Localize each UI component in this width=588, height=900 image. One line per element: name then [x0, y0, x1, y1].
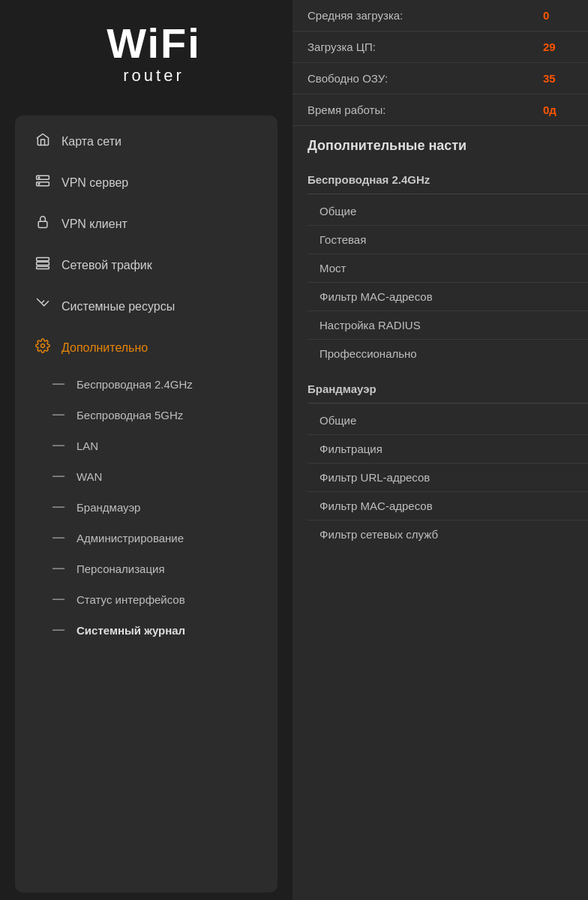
avg-load-label: Средняя загрузка:	[308, 9, 543, 22]
sub-item-label-system-log: Системный журнал	[76, 624, 185, 637]
settings-item-firewall-mac-filter[interactable]: Фильтр MAC-адресов	[308, 492, 588, 520]
ram-label: Свободно ОЗУ:	[308, 72, 543, 85]
status-row-avg-load: Средняя загрузка: 0	[292, 0, 588, 32]
cpu-value: 29	[543, 40, 573, 53]
sidebar-label-network-map: Карта сети	[62, 135, 122, 148]
settings-item-wireless24-mac-filter[interactable]: Фильтр MAC-адресов	[308, 283, 588, 311]
additional-settings-panel: Дополнительные насти Беспроводная 2.4GHz…	[292, 126, 588, 548]
svg-point-3	[38, 183, 40, 184]
settings-item-wireless24-bridge[interactable]: Мост	[308, 254, 588, 283]
sidebar-item-vpn-client[interactable]: VPN клиент	[20, 204, 273, 244]
sidebar-label-vpn-client: VPN клиент	[62, 218, 128, 231]
svg-rect-4	[38, 221, 47, 227]
dash-icon-2: —	[52, 439, 64, 452]
svg-point-8	[41, 344, 45, 348]
settings-item-firewall-filter[interactable]: Фильтрация	[308, 435, 588, 464]
sub-item-firewall[interactable]: — Брандмауэр	[20, 492, 273, 522]
right-panel: Средняя загрузка: 0 Загрузка ЦП: 29 Своб…	[292, 0, 588, 900]
traffic-icon	[34, 256, 51, 274]
settings-item-firewall-general[interactable]: Общие	[308, 406, 588, 435]
svg-point-2	[38, 177, 40, 178]
sub-item-wan[interactable]: — WAN	[20, 461, 273, 491]
sub-item-administration[interactable]: — Администрирование	[20, 523, 273, 553]
avg-load-value: 0	[543, 9, 573, 22]
settings-item-wireless24-professional[interactable]: Профессионально	[308, 340, 588, 368]
settings-item-wireless24-radius[interactable]: Настройка RADIUS	[308, 311, 588, 340]
sidebar-label-network-traffic: Сетевой трафик	[62, 259, 152, 272]
status-bar: Средняя загрузка: 0 Загрузка ЦП: 29 Своб…	[292, 0, 588, 126]
status-row-uptime: Время работы: 0д	[292, 94, 588, 125]
sub-item-label-wireless-5: Беспроводная 5GHz	[76, 409, 183, 422]
sub-item-personalization[interactable]: — Персонализация	[20, 554, 273, 584]
sidebar-item-network-map[interactable]: Карта сети	[20, 122, 273, 161]
dash-icon-8: —	[52, 623, 64, 637]
sidebar-label-vpn-server: VPN сервер	[62, 176, 128, 190]
settings-item-firewall-url-filter[interactable]: Фильтр URL-адресов	[308, 464, 588, 492]
logo-area: WiFi router	[0, 0, 292, 108]
settings-group-wireless-24: Беспроводная 2.4GHz Общие Гостевая Мост …	[308, 166, 588, 368]
dash-icon-4: —	[52, 500, 64, 514]
dash-icon-0: —	[52, 377, 64, 391]
sub-items-list: — Беспроводная 2.4GHz — Беспроводная 5GH…	[15, 369, 278, 645]
sub-item-label-firewall: Брандмауэр	[76, 501, 140, 514]
sidebar: WiFi router Карта сети VPN сервер VPN кл…	[0, 0, 292, 900]
svg-rect-7	[37, 266, 50, 268]
status-row-ram: Свободно ОЗУ: 35	[292, 63, 588, 94]
uptime-value: 0д	[543, 104, 573, 116]
home-icon	[34, 132, 51, 151]
sidebar-label-advanced: Дополнительно	[62, 341, 148, 355]
sidebar-item-vpn-server[interactable]: VPN сервер	[20, 163, 273, 202]
logo-router: router	[30, 66, 278, 86]
settings-item-wireless24-guest[interactable]: Гостевая	[308, 226, 588, 254]
sub-item-label-administration: Администрирование	[76, 532, 184, 544]
settings-item-wireless24-general[interactable]: Общие	[308, 197, 588, 226]
group-header-wireless-24: Беспроводная 2.4GHz	[308, 166, 588, 194]
settings-group-firewall: Брандмауэр Общие Фильтрация Фильтр URL-а…	[308, 375, 588, 548]
server-icon	[34, 173, 51, 192]
sub-item-wireless-24[interactable]: — Беспроводная 2.4GHz	[20, 369, 273, 399]
dash-icon-5: —	[52, 531, 64, 544]
sub-item-label-interface-status: Статус интерфейсов	[76, 593, 185, 606]
sidebar-item-advanced[interactable]: Дополнительно	[20, 328, 273, 368]
lock-icon	[34, 214, 51, 233]
sidebar-item-network-traffic[interactable]: Сетевой трафик	[20, 245, 273, 285]
sub-item-label-personalization: Персонализация	[76, 562, 165, 575]
sub-item-lan[interactable]: — LAN	[20, 430, 273, 460]
sidebar-label-system-resources: Системные ресурсы	[62, 300, 175, 314]
sub-item-label-lan: LAN	[76, 440, 98, 452]
sidebar-item-system-resources[interactable]: Системные ресурсы	[20, 286, 273, 326]
svg-rect-6	[37, 262, 50, 265]
sub-item-wireless-5[interactable]: — Беспроводная 5GHz	[20, 400, 273, 430]
additional-settings-title: Дополнительные насти	[308, 138, 588, 154]
group-header-firewall: Брандмауэр	[308, 375, 588, 404]
settings-item-firewall-network-services[interactable]: Фильтр сетевых служб	[308, 520, 588, 548]
dash-icon-1: —	[52, 408, 64, 422]
status-row-cpu: Загрузка ЦП: 29	[292, 32, 588, 63]
cpu-label: Загрузка ЦП:	[308, 40, 543, 53]
sub-item-interface-status[interactable]: — Статус интерфейсов	[20, 584, 273, 614]
uptime-label: Время работы:	[308, 104, 543, 116]
dash-icon-7: —	[52, 592, 64, 606]
resources-icon	[34, 297, 51, 316]
svg-rect-5	[37, 258, 50, 261]
logo-wifi: WiFi	[30, 22, 278, 64]
sub-item-label-wireless-24: Беспроводная 2.4GHz	[76, 378, 193, 391]
ram-value: 35	[543, 72, 573, 85]
settings-icon	[34, 338, 51, 357]
sub-item-system-log[interactable]: — Системный журнал	[20, 615, 273, 645]
sub-item-label-wan: WAN	[76, 470, 102, 483]
dash-icon-6: —	[52, 562, 64, 575]
dash-icon-3: —	[52, 470, 64, 483]
nav-menu: Карта сети VPN сервер VPN клиент Сетевой…	[15, 116, 278, 892]
